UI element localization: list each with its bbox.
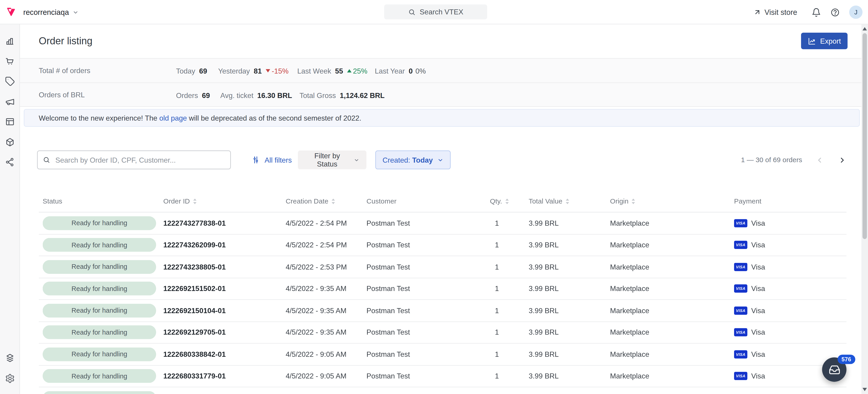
sort-icon[interactable] — [505, 198, 509, 204]
share-network-icon[interactable] — [5, 157, 15, 167]
customer-cell: Postman Test — [367, 285, 490, 293]
quantity-cell: 1 — [490, 328, 529, 336]
topbar: recorrenciaqa Search VTEX Visit store J — [0, 0, 868, 25]
total-value-cell: 3.99 BRL — [529, 241, 610, 249]
stat-orders-count: Orders 69 — [176, 83, 210, 107]
stat-total-gross: Total Gross 1,124.62 BRL — [300, 83, 384, 107]
global-search-button[interactable]: Search VTEX — [384, 4, 487, 19]
tag-icon[interactable] — [5, 76, 15, 86]
layout-icon[interactable] — [5, 117, 15, 127]
order-id-cell[interactable]: 1222692129705-01 — [163, 328, 286, 336]
customer-cell: Postman Test — [367, 350, 490, 358]
visit-store-button[interactable]: Visit store — [753, 8, 797, 16]
search-icon — [408, 8, 416, 16]
table-row[interactable]: Ready for handling1222680331779-014/5/20… — [39, 365, 846, 387]
sort-icon[interactable] — [193, 198, 197, 204]
pagination-range-label: 1 — 30 of 69 orders — [741, 156, 802, 164]
order-id-cell[interactable]: 1222743238805-01 — [163, 263, 286, 271]
column-header-label: Payment — [734, 197, 762, 205]
column-header-origin[interactable]: Origin — [610, 197, 734, 205]
table-row[interactable]: Ready for handling1222692150104-014/5/20… — [39, 300, 846, 322]
shopping-cart-icon[interactable] — [5, 56, 15, 66]
table-header-row: StatusOrder IDCreation DateCustomerQty.T… — [39, 190, 846, 212]
chevron-down-icon — [72, 9, 79, 15]
megaphone-icon[interactable] — [5, 97, 15, 107]
status-cell: Ready for handling — [39, 216, 163, 230]
stat-yesterday: Yesterday 81 -15% — [218, 59, 288, 83]
origin-cell: Marketplace — [610, 350, 734, 358]
total-value-cell: 3.99 BRL — [529, 306, 610, 315]
order-id-cell[interactable]: 1222743277838-01 — [163, 219, 286, 227]
user-avatar[interactable]: J — [849, 5, 863, 19]
order-id-cell[interactable]: 1222743262099-01 — [163, 241, 286, 249]
customer-cell: Postman Test — [367, 263, 490, 271]
customer-cell: Postman Test — [367, 328, 490, 336]
order-id-cell[interactable]: 1222680338842-01 — [163, 350, 286, 358]
column-header-label: Qty. — [490, 197, 502, 205]
layers-icon[interactable] — [5, 353, 15, 363]
payment-cell: VISAVisa — [734, 328, 846, 336]
table-row[interactable]: Ready for handling1222743277838-014/5/20… — [39, 212, 846, 234]
account-name: recorrenciaqa — [23, 8, 69, 16]
filter-by-status-dropdown[interactable]: Filter by Status — [298, 151, 366, 169]
payment-cell: VISAVisa — [734, 350, 846, 358]
origin-cell: Marketplace — [610, 241, 734, 249]
chevron-down-icon — [354, 157, 360, 163]
order-id-cell[interactable]: 1222692150104-01 — [163, 306, 286, 315]
stats-row-orders: Total # of orders Today 69 Yesterday 81 … — [20, 58, 868, 83]
table-row[interactable]: Ready for handling1222692129705-014/5/20… — [39, 322, 846, 344]
table-row[interactable]: Ready for handling1222743238805-014/5/20… — [39, 256, 846, 278]
order-search-input[interactable] — [37, 151, 231, 169]
table-row[interactable]: Ready for handling1222692151502-014/5/20… — [39, 278, 846, 300]
sort-icon[interactable] — [331, 198, 336, 204]
creation-date-cell: 4/5/2022 - 9:05 AM — [286, 372, 367, 380]
origin-cell: Marketplace — [610, 372, 734, 380]
visa-card-icon: VISA — [734, 241, 747, 249]
table-row[interactable]: Ready for handling1222743262099-014/5/20… — [39, 234, 846, 256]
sort-icon[interactable] — [565, 198, 569, 204]
gear-icon[interactable] — [5, 373, 15, 383]
scroll-up-arrow-icon[interactable] — [863, 27, 867, 31]
status-badge: Ready for handling — [43, 369, 156, 383]
scrollbar-thumb[interactable] — [863, 33, 867, 239]
cube-icon[interactable] — [5, 137, 15, 147]
column-header-total-value[interactable]: Total Value — [529, 197, 610, 205]
account-switcher[interactable]: recorrenciaqa — [23, 0, 79, 25]
previous-page-button[interactable] — [815, 156, 824, 164]
order-id-cell[interactable]: 1222692151502-01 — [163, 285, 286, 293]
table-row-partial[interactable] — [39, 387, 846, 394]
customer-cell: Postman Test — [367, 372, 490, 380]
export-button[interactable]: Export — [801, 33, 847, 50]
help-icon[interactable] — [830, 7, 840, 17]
stat-label: Avg. ticket — [220, 91, 253, 99]
status-badge: Ready for handling — [43, 216, 156, 230]
column-header-order-id[interactable]: Order ID — [163, 197, 286, 205]
sort-icon[interactable] — [631, 198, 636, 204]
scrollbar[interactable] — [861, 25, 868, 394]
arrow-up-right-icon — [753, 8, 761, 16]
stats-row-label: Total # of orders — [39, 59, 91, 83]
next-page-button[interactable] — [838, 156, 846, 164]
filter-toolbar: All filters Filter by Status Created: To… — [20, 151, 868, 169]
avatar-initial: J — [854, 9, 858, 15]
scroll-down-arrow-icon[interactable] — [863, 388, 867, 391]
column-header-qty[interactable]: Qty. — [490, 197, 529, 205]
stat-delta: 0% — [415, 67, 426, 75]
origin-cell: Marketplace — [610, 219, 734, 227]
order-id-cell[interactable]: 1222680331779-01 — [163, 372, 286, 380]
column-header-creation-date[interactable]: Creation Date — [286, 197, 367, 205]
visa-card-icon: VISA — [734, 350, 747, 358]
old-page-link[interactable]: old page — [159, 114, 187, 122]
bar-chart-icon[interactable] — [5, 36, 15, 46]
page-header: Order listing Export — [20, 25, 868, 58]
status-cell: Ready for handling — [39, 260, 163, 274]
status-badge: Ready for handling — [43, 238, 156, 252]
all-filters-button[interactable]: All filters — [251, 151, 292, 169]
notifications-bell-icon[interactable] — [811, 7, 821, 17]
column-header-label: Status — [43, 197, 62, 205]
payment-method-label: Visa — [751, 350, 765, 358]
total-value-cell: 3.99 BRL — [529, 285, 610, 293]
table-row[interactable]: Ready for handling1222680338842-014/5/20… — [39, 343, 846, 365]
stat-label: Last Week — [297, 67, 331, 75]
created-filter-dropdown[interactable]: Created: Today — [375, 151, 451, 169]
